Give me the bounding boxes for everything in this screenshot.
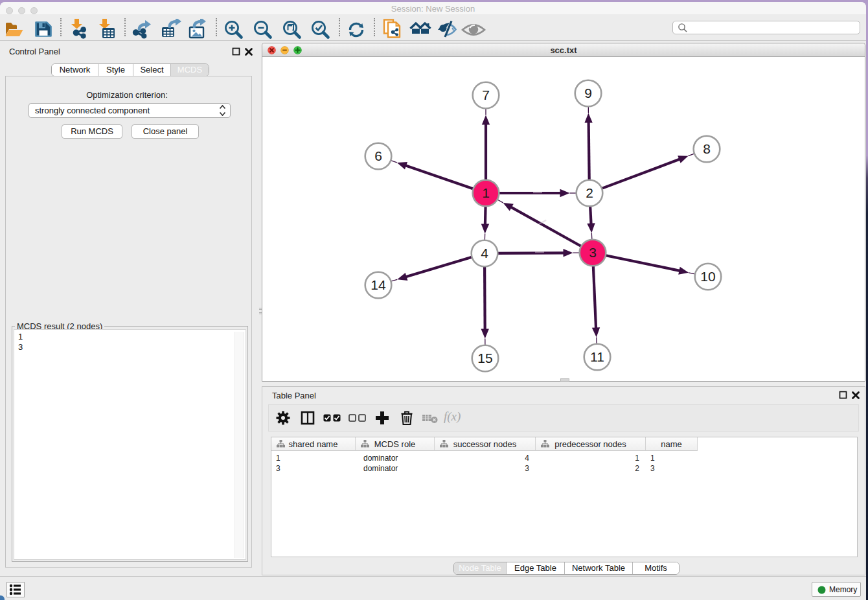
- svg-text:6: 6: [374, 148, 382, 163]
- svg-text:15: 15: [477, 351, 492, 365]
- svg-text:10: 10: [700, 269, 715, 284]
- svg-text:8: 8: [703, 141, 711, 156]
- svg-text:3: 3: [589, 245, 597, 260]
- svg-text:7: 7: [482, 87, 490, 102]
- svg-text:2: 2: [586, 185, 593, 200]
- svg-text:4: 4: [481, 246, 488, 260]
- svg-text:14: 14: [371, 277, 386, 292]
- svg-text:11: 11: [590, 349, 604, 364]
- svg-text:9: 9: [584, 86, 592, 100]
- svg-text:1: 1: [482, 185, 490, 200]
